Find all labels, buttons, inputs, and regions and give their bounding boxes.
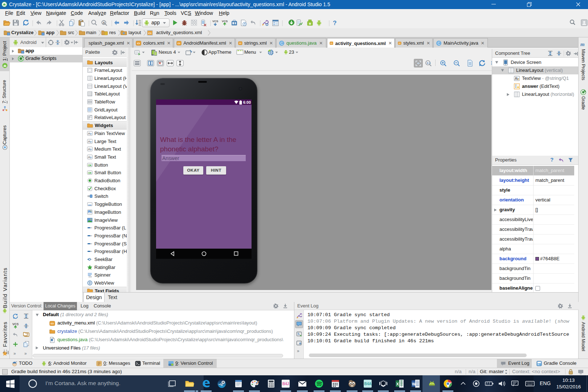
svg-text:C: C: [438, 41, 440, 45]
svg-text:C: C: [281, 41, 283, 45]
svg-text:?: ?: [333, 20, 336, 26]
svg-text:B4J: B4J: [282, 382, 289, 386]
svg-text:OK: OK: [88, 172, 92, 174]
svg-text:X: X: [396, 382, 399, 386]
svg-text:<>: <>: [137, 42, 140, 45]
svg-text:m: m: [580, 42, 585, 47]
svg-text:VCS: VCS: [222, 20, 228, 23]
svg-text:<>: <>: [399, 42, 401, 44]
svg-text:VCS: VCS: [212, 20, 219, 23]
svg-text:b: b: [90, 148, 92, 151]
svg-text:b: b: [90, 140, 92, 143]
svg-text:<>: <>: [177, 42, 180, 44]
svg-text:01: 01: [139, 24, 141, 26]
svg-text:B4A: B4A: [364, 382, 372, 386]
svg-text:<>: <>: [50, 322, 54, 325]
svg-text:A: A: [103, 21, 105, 25]
svg-text:b: b: [90, 132, 92, 135]
svg-text:<>: <>: [148, 32, 152, 35]
svg-text:<>: <>: [239, 42, 241, 44]
svg-text:1:1: 1:1: [427, 61, 431, 65]
svg-text:W: W: [412, 382, 416, 386]
svg-text:<>: <>: [330, 42, 332, 44]
svg-text:b: b: [90, 156, 92, 159]
svg-text:OK: OK: [88, 164, 92, 166]
